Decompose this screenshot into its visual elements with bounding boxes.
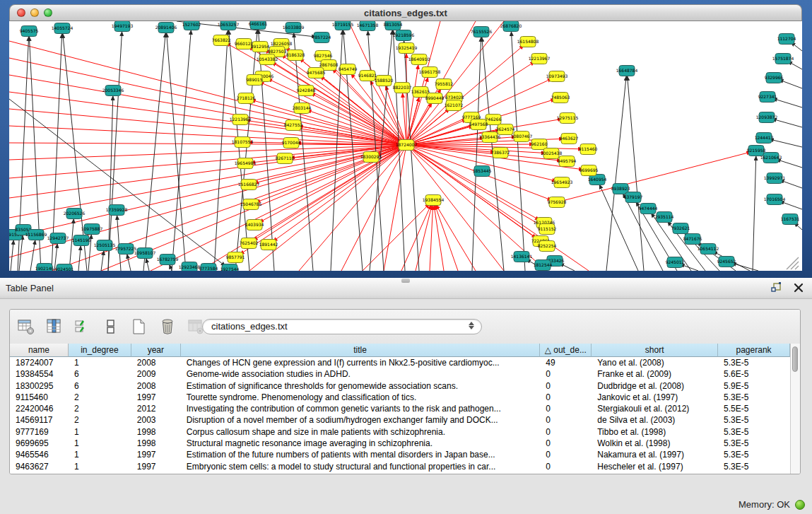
table-cell[interactable]: 9463627: [10, 461, 69, 472]
graph-node[interactable]: 7625402: [240, 238, 259, 249]
table-cell[interactable]: Disruption of a novel member of a sodium…: [181, 414, 541, 426]
table-cell[interactable]: Hescheler et al. (1997): [592, 461, 718, 472]
table-cell[interactable]: 1998: [131, 426, 181, 438]
graph-edge[interactable]: [19, 235, 23, 271]
table-cell[interactable]: 2009: [131, 368, 181, 380]
graph-edge[interactable]: [384, 145, 406, 271]
graph-node[interactable]: 1167531: [781, 214, 800, 225]
graph-node[interactable]: 16961758: [419, 67, 441, 78]
table-cell[interactable]: 0: [540, 426, 592, 438]
graph-node[interactable]: 10719155: [332, 21, 354, 30]
graph-node[interactable]: 6497568: [469, 119, 488, 130]
window-titlebar[interactable]: citations_edges.txt: [9, 4, 802, 21]
graph-node[interactable]: 2935114: [655, 212, 674, 223]
table-cell[interactable]: Changes of HCN gene expression and I(f) …: [181, 357, 541, 368]
splitter-handle[interactable]: [401, 279, 410, 283]
table-cell[interactable]: 5.9E-5: [718, 380, 790, 392]
table-row[interactable]: 1938455462009Genome-wide association stu…: [10, 368, 790, 380]
graph-node[interactable]: 9474444: [639, 204, 658, 214]
delete-icon[interactable]: [158, 317, 177, 336]
graph-node[interactable]: 1112704: [777, 34, 796, 45]
graph-node[interactable]: 17359928: [106, 205, 128, 216]
table-cell[interactable]: Tibbo et al. (1998): [592, 426, 718, 438]
graph-edge[interactable]: [167, 33, 186, 271]
graph-node[interactable]: 20206526: [64, 209, 86, 219]
graph-node[interactable]: 76155526: [471, 27, 493, 37]
table-cell[interactable]: 0: [540, 403, 592, 414]
table-row[interactable]: 1872400712008Changes of HCN gene express…: [10, 357, 790, 368]
table-cell[interactable]: 0: [540, 392, 592, 403]
graph-node[interactable]: 12942737: [47, 233, 69, 244]
table-cell[interactable]: Stergiakouli et al. (2012): [592, 403, 718, 414]
table-cell[interactable]: 6: [69, 380, 131, 392]
graph-node[interactable]: 8822037: [393, 83, 412, 93]
table-cell[interactable]: 5.3E-5: [718, 426, 790, 438]
graph-node[interactable]: 10543382: [257, 54, 278, 65]
table-cell[interactable]: 49: [540, 357, 592, 368]
graph-edge[interactable]: [170, 264, 172, 271]
select-all-icon[interactable]: [73, 317, 92, 336]
graph-node[interactable]: 18724007: [396, 140, 418, 151]
graph-node[interactable]: 10958107: [134, 248, 156, 259]
graph-node[interactable]: 16782759: [157, 255, 179, 265]
table-cell[interactable]: Structural magnetic resonance image aver…: [181, 438, 541, 449]
table-cell[interactable]: Investigating the contribution of common…: [181, 403, 541, 414]
table-cell[interactable]: 2008: [131, 380, 181, 392]
graph-node[interactable]: 19384554: [423, 195, 445, 206]
table-cell[interactable]: 2012: [131, 403, 181, 414]
graph-node[interactable]: 12923468: [179, 262, 201, 271]
table-cell[interactable]: 9115460: [10, 392, 69, 403]
table-cell[interactable]: 2008: [131, 357, 181, 368]
graph-edge[interactable]: [9, 145, 406, 238]
table-select-dropdown[interactable]: citations_edges.txt: [202, 319, 482, 334]
graph-node[interactable]: 9699695: [579, 165, 599, 176]
table-cell[interactable]: 5.6E-5: [718, 368, 790, 380]
graph-edge[interactable]: [117, 216, 121, 271]
graph-node[interactable]: 14055724: [52, 23, 73, 34]
graph-node[interactable]: 8990448: [425, 93, 445, 104]
graph-node[interactable]: 9245652: [717, 257, 736, 267]
network-graph[interactable]: 9405575140557241949719320891406152760210…: [9, 21, 802, 271]
graph-node[interactable]: 8186328: [286, 50, 305, 61]
graph-edge[interactable]: [146, 259, 149, 271]
table-cell[interactable]: 6: [69, 368, 131, 380]
graph-node[interactable]: 12213967: [529, 54, 551, 64]
graph-node[interactable]: 18107554: [232, 137, 254, 148]
table-cell[interactable]: 1998: [131, 438, 181, 449]
table-cell[interactable]: 19384554: [10, 368, 69, 380]
graph-edge[interactable]: [606, 76, 626, 271]
table-cell[interactable]: 18724007: [10, 357, 69, 368]
graph-node[interactable]: 26876820: [500, 21, 522, 32]
table-row[interactable]: 911546021997Tourette syndrome. Phenomeno…: [10, 392, 790, 403]
table-cell[interactable]: de Silva et al. (2003): [592, 414, 718, 426]
graph-node[interactable]: 16210643: [760, 153, 782, 163]
table-cell[interactable]: Tourette syndrome. Phenomenology and cla…: [181, 392, 541, 403]
graph-node[interactable]: 14136141: [511, 252, 533, 262]
graph-node[interactable]: 2718126: [237, 93, 256, 104]
table-cell[interactable]: 14569117: [10, 414, 69, 426]
table-cell[interactable]: Genome-wide association studies in ADHD.: [181, 368, 541, 380]
table-cell[interactable]: 0: [540, 368, 592, 380]
graph-node[interactable]: 9115152: [538, 224, 557, 235]
float-panel-icon[interactable]: [771, 282, 782, 293]
graph-node[interactable]: 12975115: [557, 113, 579, 124]
graph-edge[interactable]: [214, 30, 228, 271]
graph-edge[interactable]: [780, 180, 802, 188]
graph-node[interactable]: 8252254: [538, 241, 557, 252]
graph-node[interactable]: 16154808: [517, 37, 539, 47]
table-cell[interactable]: 9699695: [10, 438, 69, 449]
table-cell[interactable]: 1997: [131, 449, 181, 460]
graph-node[interactable]: 7955812: [435, 79, 454, 90]
graph-node[interactable]: 7932621: [671, 223, 690, 234]
graph-node[interactable]: 16033809: [283, 23, 305, 33]
memory-led-icon[interactable]: [795, 500, 805, 510]
table-cell[interactable]: 5.3E-5: [718, 357, 790, 368]
graph-edge[interactable]: [101, 251, 104, 271]
graph-node[interactable]: 9405575: [20, 26, 39, 37]
graph-edge[interactable]: [9, 126, 406, 145]
graph-node[interactable]: 6466161: [249, 21, 268, 30]
graph-node[interactable]: 10654112: [698, 244, 719, 255]
column-header-name[interactable]: name: [10, 344, 69, 357]
graph-node[interactable]: 12505135: [94, 240, 116, 251]
table-cell[interactable]: 5.3E-5: [718, 461, 790, 472]
